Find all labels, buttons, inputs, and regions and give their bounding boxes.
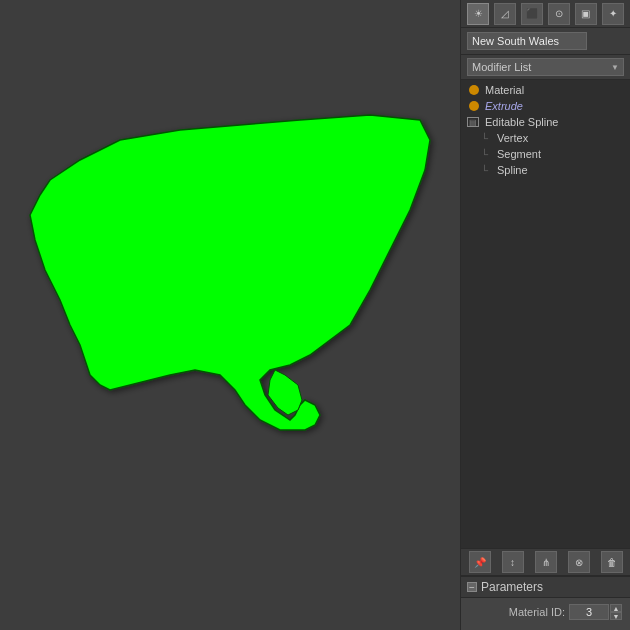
modifier-list-dropdown[interactable]: Modifier List ▼ — [467, 58, 624, 76]
modifier-label-vertex: Vertex — [497, 132, 528, 144]
material-id-input[interactable] — [569, 604, 609, 620]
parameters-section: − Parameters Material ID: ▲ ▼ — [461, 576, 630, 630]
spinner-up-button[interactable]: ▲ — [610, 604, 622, 612]
select-button[interactable]: ↕ — [502, 551, 524, 573]
curve-icon[interactable]: ◿ — [494, 3, 516, 25]
viewport — [0, 0, 460, 630]
parameters-title: Parameters — [481, 580, 543, 594]
top-toolbar: ☀ ◿ ⬛ ⊙ ▣ ✦ — [461, 0, 630, 28]
modifier-item-editable-spline[interactable]: ▤ Editable Spline — [461, 114, 630, 130]
svg-marker-0 — [30, 115, 430, 430]
material-id-row: Material ID: ▲ ▼ — [469, 604, 622, 620]
modifier-item-material[interactable]: Material — [461, 82, 630, 98]
fork-button[interactable]: ⋔ — [535, 551, 557, 573]
sun-icon[interactable]: ☀ — [467, 3, 489, 25]
spinner-down-button[interactable]: ▼ — [610, 612, 622, 620]
nsw-map-shape — [20, 60, 440, 440]
object-name-bar — [461, 28, 630, 55]
modifier-box-icon: ▤ — [467, 117, 479, 127]
modifier-list-label: Modifier List — [472, 61, 531, 73]
modifier-list-bar: Modifier List ▼ — [461, 55, 630, 80]
modifier-label-editable-spline: Editable Spline — [485, 116, 558, 128]
collapse-icon: − — [467, 582, 477, 592]
material-id-spinner: ▲ ▼ — [610, 604, 622, 620]
camera-icon[interactable]: ⊙ — [548, 3, 570, 25]
modifier-item-extrude[interactable]: Extrude — [461, 98, 630, 114]
right-panel: ☀ ◿ ⬛ ⊙ ▣ ✦ Modifier List ▼ Material — [460, 0, 630, 630]
modifier-label-material: Material — [485, 84, 524, 96]
parameters-section-header[interactable]: − Parameters — [461, 576, 630, 598]
merge-button[interactable]: ⊗ — [568, 551, 590, 573]
utility-icon[interactable]: ✦ — [602, 3, 624, 25]
parameters-content: Material ID: ▲ ▼ — [461, 598, 630, 630]
delete-button[interactable]: 🗑 — [601, 551, 623, 573]
modifier-stack: Material Extrude ▤ Editable Spline Verte… — [461, 80, 630, 548]
object-name-input[interactable] — [467, 32, 587, 50]
stack-toolbar: 📌 ↕ ⋔ ⊗ 🗑 — [461, 548, 630, 576]
modifier-item-vertex[interactable]: Vertex — [461, 130, 630, 146]
modifier-label-extrude: Extrude — [485, 100, 523, 112]
modifier-label-spline: Spline — [497, 164, 528, 176]
modifier-item-segment[interactable]: Segment — [461, 146, 630, 162]
modifier-dot-icon — [469, 101, 479, 111]
modifier-dot-icon — [469, 85, 479, 95]
material-id-label: Material ID: — [469, 606, 565, 618]
modifier-item-spline[interactable]: Spline — [461, 162, 630, 178]
chevron-down-icon: ▼ — [611, 63, 619, 72]
display-icon[interactable]: ▣ — [575, 3, 597, 25]
shape-icon[interactable]: ⬛ — [521, 3, 543, 25]
main-container: ☀ ◿ ⬛ ⊙ ▣ ✦ Modifier List ▼ Material — [0, 0, 630, 630]
pin-button[interactable]: 📌 — [469, 551, 491, 573]
modifier-label-segment: Segment — [497, 148, 541, 160]
